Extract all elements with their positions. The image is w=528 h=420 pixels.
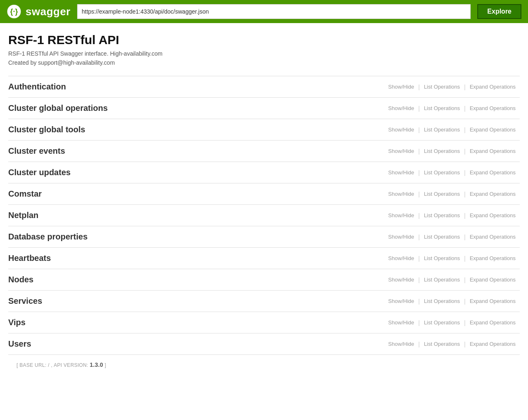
section-name[interactable]: Nodes [8, 275, 384, 284]
api-section: Users Show/Hide | List Operations | Expa… [8, 333, 520, 355]
section-name[interactable]: Cluster updates [8, 168, 384, 177]
expand-operations-link[interactable]: Expand Operations [466, 169, 520, 176]
section-actions: Show/Hide | List Operations | Expand Ope… [384, 319, 520, 326]
logo-text: swagger [26, 5, 71, 18]
show-hide-link[interactable]: Show/Hide [384, 319, 418, 326]
expand-operations-link[interactable]: Expand Operations [466, 341, 520, 347]
api-section: Vips Show/Hide | List Operations | Expan… [8, 312, 520, 333]
api-section: Cluster global operations Show/Hide | Li… [8, 97, 520, 119]
list-operations-link[interactable]: List Operations [420, 319, 464, 326]
footer-close: ] [103, 362, 106, 368]
api-section: Services Show/Hide | List Operations | E… [8, 290, 520, 312]
list-operations-link[interactable]: List Operations [420, 148, 464, 154]
explore-button[interactable]: Explore [477, 4, 521, 19]
api-section: Authentication Show/Hide | List Operatio… [8, 76, 520, 97]
expand-operations-link[interactable]: Expand Operations [466, 127, 520, 133]
section-name[interactable]: Users [8, 339, 384, 349]
section-actions: Show/Hide | List Operations | Expand Ope… [384, 169, 520, 176]
section-name[interactable]: Comstar [8, 189, 384, 199]
api-description: RSF-1 RESTful API Swagger interface. Hig… [8, 50, 520, 57]
expand-operations-link[interactable]: Expand Operations [466, 255, 520, 261]
app-header: {·} swagger Explore [0, 0, 528, 23]
section-name[interactable]: Authentication [8, 82, 384, 92]
section-actions: Show/Hide | List Operations | Expand Ope… [384, 255, 520, 262]
list-operations-link[interactable]: List Operations [420, 298, 464, 304]
section-name[interactable]: Vips [8, 318, 384, 327]
section-name[interactable]: Cluster global tools [8, 125, 384, 134]
show-hide-link[interactable]: Show/Hide [384, 105, 418, 111]
api-section: Netplan Show/Hide | List Operations | Ex… [8, 204, 520, 226]
show-hide-link[interactable]: Show/Hide [384, 127, 418, 133]
api-section: Cluster global tools Show/Hide | List Op… [8, 119, 520, 140]
expand-operations-link[interactable]: Expand Operations [466, 191, 520, 197]
show-hide-link[interactable]: Show/Hide [384, 148, 418, 154]
expand-operations-link[interactable]: Expand Operations [466, 84, 520, 90]
section-actions: Show/Hide | List Operations | Expand Ope… [384, 277, 520, 283]
expand-operations-link[interactable]: Expand Operations [466, 212, 520, 218]
footer-api-version: 1.3.0 [90, 361, 103, 368]
logo-container: {·} swagger [7, 4, 71, 19]
expand-operations-link[interactable]: Expand Operations [466, 319, 520, 326]
show-hide-link[interactable]: Show/Hide [384, 341, 418, 347]
show-hide-link[interactable]: Show/Hide [384, 169, 418, 176]
api-section: Nodes Show/Hide | List Operations | Expa… [8, 269, 520, 290]
api-contact: Created by support@high-availability.com [8, 59, 520, 66]
section-name[interactable]: Netplan [8, 211, 384, 220]
section-actions: Show/Hide | List Operations | Expand Ope… [384, 341, 520, 347]
list-operations-link[interactable]: List Operations [420, 255, 464, 261]
show-hide-link[interactable]: Show/Hide [384, 191, 418, 197]
swagger-logo-icon: {·} [7, 4, 21, 19]
section-name[interactable]: Database properties [8, 232, 384, 242]
section-name[interactable]: Heartbeats [8, 253, 384, 263]
list-operations-link[interactable]: List Operations [420, 234, 464, 240]
section-actions: Show/Hide | List Operations | Expand Ope… [384, 212, 520, 219]
show-hide-link[interactable]: Show/Hide [384, 212, 418, 218]
list-operations-link[interactable]: List Operations [420, 105, 464, 111]
api-section: Cluster updates Show/Hide | List Operati… [8, 162, 520, 183]
svg-text:{·}: {·} [10, 7, 18, 16]
section-name[interactable]: Cluster events [8, 146, 384, 156]
expand-operations-link[interactable]: Expand Operations [466, 298, 520, 304]
expand-operations-link[interactable]: Expand Operations [466, 234, 520, 240]
main-content: RSF-1 RESTful API RSF-1 RESTful API Swag… [0, 23, 528, 391]
list-operations-link[interactable]: List Operations [420, 191, 464, 197]
section-actions: Show/Hide | List Operations | Expand Ope… [384, 127, 520, 133]
section-actions: Show/Hide | List Operations | Expand Ope… [384, 84, 520, 90]
section-actions: Show/Hide | List Operations | Expand Ope… [384, 191, 520, 197]
show-hide-link[interactable]: Show/Hide [384, 277, 418, 283]
list-operations-link[interactable]: List Operations [420, 212, 464, 218]
list-operations-link[interactable]: List Operations [420, 127, 464, 133]
list-operations-link[interactable]: List Operations [420, 277, 464, 283]
expand-operations-link[interactable]: Expand Operations [466, 105, 520, 111]
list-operations-link[interactable]: List Operations [420, 84, 464, 90]
expand-operations-link[interactable]: Expand Operations [466, 148, 520, 154]
section-actions: Show/Hide | List Operations | Expand Ope… [384, 298, 520, 305]
expand-operations-link[interactable]: Expand Operations [466, 277, 520, 283]
footer-base-label: [ BASE URL: [16, 362, 48, 368]
footer-sep: , API VERSION: [50, 362, 90, 368]
section-name[interactable]: Cluster global operations [8, 103, 384, 113]
api-section: Comstar Show/Hide | List Operations | Ex… [8, 183, 520, 204]
section-actions: Show/Hide | List Operations | Expand Ope… [384, 234, 520, 240]
api-section: Heartbeats Show/Hide | List Operations |… [8, 247, 520, 269]
section-name[interactable]: Services [8, 296, 384, 306]
section-actions: Show/Hide | List Operations | Expand Ope… [384, 105, 520, 112]
api-section: Cluster events Show/Hide | List Operatio… [8, 140, 520, 162]
api-title: RSF-1 RESTful API [8, 33, 520, 47]
api-url-input[interactable] [77, 4, 471, 19]
show-hide-link[interactable]: Show/Hide [384, 84, 418, 90]
list-operations-link[interactable]: List Operations [420, 341, 464, 347]
show-hide-link[interactable]: Show/Hide [384, 298, 418, 304]
list-operations-link[interactable]: List Operations [420, 169, 464, 176]
sections-list: Authentication Show/Hide | List Operatio… [8, 76, 520, 355]
show-hide-link[interactable]: Show/Hide [384, 255, 418, 261]
footer: [ BASE URL: / , API VERSION: 1.3.0 ] [8, 355, 520, 375]
section-actions: Show/Hide | List Operations | Expand Ope… [384, 148, 520, 155]
show-hide-link[interactable]: Show/Hide [384, 234, 418, 240]
api-section: Database properties Show/Hide | List Ope… [8, 226, 520, 247]
